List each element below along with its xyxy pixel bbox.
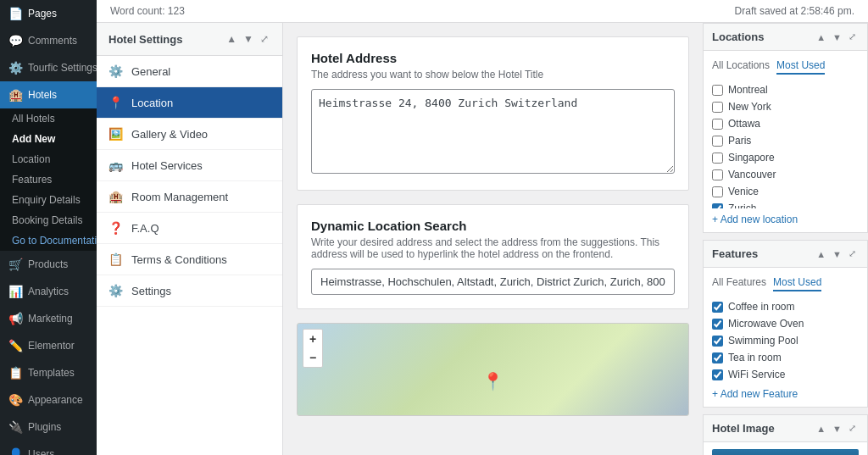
- location-zurich-checkbox[interactable]: [712, 203, 723, 209]
- templates-icon: 📋: [8, 366, 23, 380]
- locations-tab-most-used[interactable]: Most Used: [776, 58, 825, 75]
- add-location-link[interactable]: + Add new location: [712, 214, 859, 225]
- menu-item-settings[interactable]: ⚙️ Settings: [97, 275, 282, 307]
- list-item: Montreal: [712, 81, 859, 98]
- location-singapore-checkbox[interactable]: [712, 153, 723, 164]
- hotel-address-title: Hotel Address: [311, 51, 675, 65]
- features-collapse-down[interactable]: ▼: [830, 247, 844, 260]
- list-item: WiFi Service: [712, 366, 859, 383]
- feature-tea-checkbox[interactable]: [712, 352, 723, 363]
- features-tabs: All Features Most Used: [712, 275, 859, 291]
- location-paris-checkbox[interactable]: [712, 136, 723, 147]
- list-item: Tea in room: [712, 349, 859, 366]
- menu-item-general[interactable]: ⚙️ General: [97, 56, 282, 87]
- hotel-settings-header: Hotel Settings ▲ ▼ ⤢: [97, 23, 282, 56]
- sidebar-item-comments[interactable]: 💬 Comments: [0, 27, 97, 54]
- hotel-image-expand[interactable]: ⤢: [846, 422, 859, 435]
- sidebar-item-marketing[interactable]: 📢 Marketing: [0, 305, 97, 332]
- faq-icon: ❓: [108, 221, 123, 235]
- locations-tabs: All Locations Most Used: [712, 58, 859, 75]
- features-panel-header: Features ▲ ▼ ⤢: [704, 241, 867, 268]
- sidebar-item-products[interactable]: 🛒 Products: [0, 251, 97, 278]
- expand-btn[interactable]: ⤢: [259, 31, 270, 47]
- list-item: Vancouver: [712, 166, 859, 183]
- menu-item-gallery[interactable]: 🖼️ Gallery & Video: [97, 119, 282, 150]
- locations-panel-body: All Locations Most Used Montreal New Yor…: [704, 51, 867, 232]
- list-item: Venice: [712, 183, 859, 200]
- hotel-image-header: Hotel Image ▲ ▼ ⤢: [704, 415, 867, 442]
- menu-item-hotel-services[interactable]: 🚌 Hotel Services: [97, 150, 282, 181]
- hotel-settings-controls: ▲ ▼ ⤢: [225, 31, 270, 47]
- analytics-icon: 📊: [8, 285, 23, 298]
- menu-item-terms[interactable]: 📋 Terms & Conditions: [97, 244, 282, 275]
- users-icon: 👤: [8, 447, 23, 455]
- feature-wifi-checkbox[interactable]: [712, 369, 723, 380]
- sidebar-item-plugins[interactable]: 🔌 Plugins: [0, 413, 97, 441]
- hotel-settings-panel: Hotel Settings ▲ ▼ ⤢ ⚙️ General 📍 Locati…: [97, 23, 283, 455]
- locations-collapse-down[interactable]: ▼: [830, 31, 844, 43]
- dynamic-location-desc: Write your desired address and select th…: [311, 236, 675, 260]
- locations-tab-all[interactable]: All Locations: [712, 58, 770, 75]
- features-panel-title: Features: [712, 247, 758, 260]
- sidebar-item-appearance[interactable]: 🎨 Appearance: [0, 386, 97, 413]
- hotel-image-panel: Hotel Image ▲ ▼ ⤢: [703, 414, 868, 455]
- sidebar-item-hotels[interactable]: 🏨 Hotels: [0, 81, 97, 108]
- main-area: Word count: 123 Draft saved at 2:58:46 p…: [97, 0, 868, 455]
- comments-icon: 💬: [8, 34, 23, 47]
- location-montreal-checkbox[interactable]: [712, 85, 723, 96]
- sidebar-item-analytics[interactable]: 📊 Analytics: [0, 278, 97, 305]
- location-vancouver-checkbox[interactable]: [712, 169, 723, 180]
- locations-panel: Locations ▲ ▼ ⤢ All Locations Most Used: [703, 23, 868, 233]
- location-newyork-checkbox[interactable]: [712, 102, 723, 113]
- general-icon: ⚙️: [108, 64, 123, 78]
- submenu-all-hotels[interactable]: All Hotels: [0, 108, 97, 129]
- submenu-add-new[interactable]: Add New: [0, 129, 97, 149]
- submenu-go-to-docs[interactable]: Go to Documentation: [0, 230, 97, 251]
- features-collapse-up[interactable]: ▲: [814, 247, 828, 260]
- hotel-address-desc: The address you want to show below the H…: [311, 69, 675, 80]
- map-zoom-out-btn[interactable]: −: [303, 348, 322, 367]
- location-list: Montreal New York Ottawa Paris: [712, 81, 859, 208]
- sidebar-item-elementor[interactable]: ✏️ Elementor: [0, 332, 97, 359]
- submenu-enquiry[interactable]: Enquiry Details: [0, 190, 97, 210]
- sidebar-item-users[interactable]: 👤 Users: [0, 441, 97, 455]
- sidebar-item-tourfic[interactable]: ⚙️ Tourfic Settings: [0, 54, 97, 81]
- submenu-location[interactable]: Location: [0, 149, 97, 169]
- add-feature-link[interactable]: + Add new Feature: [712, 388, 859, 400]
- features-panel: Features ▲ ▼ ⤢ All Features Most Used Co…: [703, 240, 868, 408]
- draft-info: Draft saved at 2:58:46 pm.: [735, 5, 854, 17]
- sidebar-item-templates[interactable]: 📋 Templates: [0, 359, 97, 386]
- menu-item-room-management[interactable]: 🏨 Room Management: [97, 181, 282, 213]
- locations-expand[interactable]: ⤢: [846, 31, 859, 43]
- hotel-address-textarea[interactable]: Heimstrasse 24, 8400 Zurich Switzerland: [311, 89, 675, 174]
- features-expand[interactable]: ⤢: [846, 247, 859, 260]
- list-item: Microwave Oven: [712, 315, 859, 332]
- submenu-booking[interactable]: Booking Details: [0, 210, 97, 230]
- location-ottawa-checkbox[interactable]: [712, 119, 723, 130]
- hotel-image-collapse-down[interactable]: ▼: [830, 422, 844, 435]
- sidebar-item-pages[interactable]: 📄 Pages: [0, 0, 97, 27]
- map-zoom-in-btn[interactable]: +: [303, 330, 322, 348]
- submenu-features[interactable]: Features: [0, 169, 97, 190]
- feature-pool-checkbox[interactable]: [712, 336, 723, 347]
- hotel-image-title: Hotel Image: [712, 422, 775, 435]
- collapse-down-btn[interactable]: ▼: [242, 31, 255, 47]
- sidebar: 📄 Pages 💬 Comments ⚙️ Tourfic Settings 🏨…: [0, 0, 97, 455]
- features-tab-most-used[interactable]: Most Used: [773, 275, 821, 291]
- list-item: Zurich: [712, 200, 859, 208]
- features-tab-all[interactable]: All Features: [712, 275, 766, 291]
- location-venice-checkbox[interactable]: [712, 186, 723, 197]
- map-container: + − 📍: [297, 323, 689, 416]
- menu-item-location[interactable]: 📍 Location: [97, 87, 282, 119]
- menu-item-faq[interactable]: ❓ F.A.Q: [97, 213, 282, 244]
- features-panel-controls: ▲ ▼ ⤢: [814, 247, 859, 260]
- collapse-up-btn[interactable]: ▲: [225, 31, 238, 47]
- feature-microwave-checkbox[interactable]: [712, 319, 723, 330]
- hotel-image-collapse-up[interactable]: ▲: [814, 422, 828, 435]
- feature-coffee-checkbox[interactable]: [712, 302, 723, 313]
- dynamic-location-input[interactable]: [311, 269, 675, 295]
- settings2-icon: ⚙️: [108, 284, 123, 297]
- locations-collapse-up[interactable]: ▲: [814, 31, 828, 43]
- word-count: Word count: 123: [110, 5, 185, 17]
- hotels-icon: 🏨: [8, 88, 23, 102]
